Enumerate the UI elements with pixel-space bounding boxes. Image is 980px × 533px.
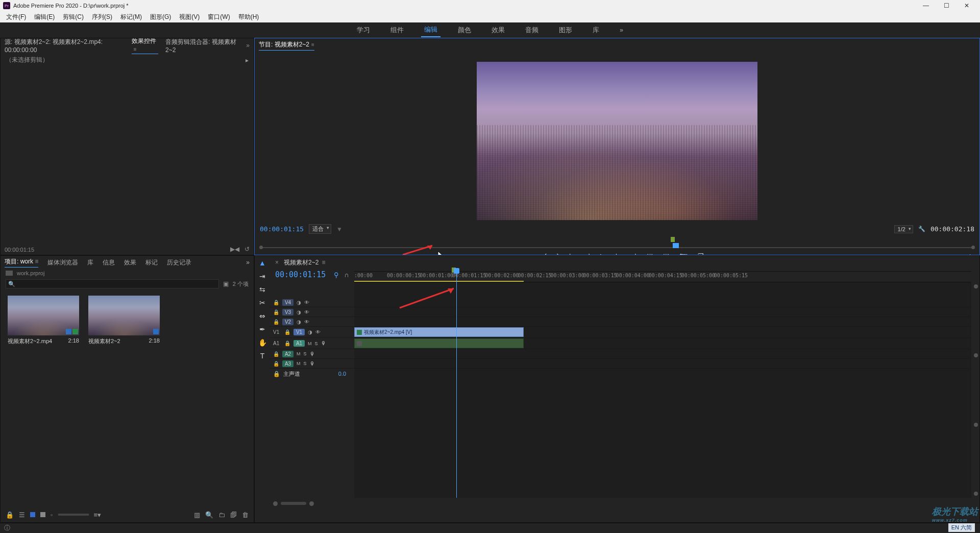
- project-tabs-overflow[interactable]: »: [246, 259, 250, 266]
- tab-media-browser[interactable]: 媒体浏览器: [47, 258, 78, 267]
- track-header-v1[interactable]: V1🔒V1◑👁: [270, 327, 354, 338]
- list-view-button[interactable]: ☰: [19, 511, 25, 519]
- ime-indicator[interactable]: EN 六简: [948, 523, 975, 532]
- tab-effects[interactable]: 效果: [124, 258, 136, 267]
- program-scrubber[interactable]: [261, 237, 973, 249]
- close-button[interactable]: ✕: [957, 0, 977, 11]
- program-monitor-tab[interactable]: 节目: 视频素材2~2≡: [259, 40, 314, 51]
- automate-to-sequence-icon[interactable]: ▥: [194, 511, 200, 519]
- track-header-master[interactable]: 🔒主声道0.0⏭: [270, 369, 354, 379]
- lane-v2[interactable]: [354, 317, 971, 327]
- source-timecode[interactable]: 00:00:01:15: [5, 247, 34, 253]
- track-select-tool[interactable]: ⇥: [259, 272, 265, 280]
- source-zoom-icon[interactable]: ▶◀: [230, 246, 239, 253]
- source-reset-icon[interactable]: ↺: [244, 246, 250, 253]
- razor-tool[interactable]: ✂: [259, 299, 265, 307]
- menu-edit[interactable]: 编辑(E): [30, 12, 59, 22]
- track-header-v2[interactable]: 🔒V2◑👁: [270, 317, 354, 327]
- program-resolution-select[interactable]: 1/2: [894, 225, 913, 233]
- workspace-assembly[interactable]: 组件: [387, 23, 407, 37]
- tab-audio-clip-mixer[interactable]: 音频剪辑混合器: 视频素材2~2: [165, 38, 239, 54]
- timeline-playhead[interactable]: [456, 271, 457, 498]
- tab-markers[interactable]: 标记: [145, 258, 158, 267]
- menu-help[interactable]: 帮助(H): [234, 12, 263, 22]
- timeline-vertical-scroll[interactable]: [973, 284, 978, 496]
- write-lock-icon[interactable]: 🔒: [6, 511, 14, 519]
- program-marker-icon[interactable]: [671, 237, 675, 242]
- lane-v4[interactable]: [354, 298, 971, 307]
- home-icon[interactable]: [5, 26, 12, 34]
- freeform-view-button[interactable]: [40, 512, 45, 517]
- ripple-edit-tool[interactable]: ⇆: [259, 285, 265, 294]
- lane-a2[interactable]: [354, 349, 971, 359]
- workspace-graphics[interactable]: 图形: [556, 23, 575, 37]
- sort-icon[interactable]: ≡▾: [94, 511, 102, 519]
- pen-tool[interactable]: ✒: [259, 325, 265, 333]
- safe-margins-icon[interactable]: ▼: [336, 226, 342, 233]
- track-header-v4[interactable]: 🔒V4◑👁: [270, 298, 354, 307]
- selection-tool[interactable]: ▲: [259, 259, 266, 267]
- linked-selection-icon[interactable]: ∩: [344, 271, 349, 279]
- project-search-input[interactable]: 🔍: [6, 279, 219, 288]
- tab-libraries[interactable]: 库: [87, 258, 93, 267]
- lane-a3[interactable]: [354, 359, 971, 369]
- status-info-icon[interactable]: ⓘ: [4, 524, 10, 532]
- project-item-sequence[interactable]: 视频素材2~22:18: [88, 296, 160, 345]
- timeline-sequence-name[interactable]: 视频素材2~2: [284, 258, 318, 267]
- clip-video[interactable]: 视频素材2~2.mp4 [V]: [354, 327, 524, 337]
- project-item-clip[interactable]: 视频素材2~2.mp42:18: [8, 296, 79, 345]
- track-header-a1[interactable]: A1🔒A1MS🎙: [270, 338, 354, 349]
- menu-marker[interactable]: 标记(M): [116, 12, 146, 22]
- slip-tool[interactable]: ⇔: [259, 312, 265, 320]
- zoom-slider-knob-l[interactable]: ◦: [51, 511, 53, 519]
- track-header-v3[interactable]: 🔒V3◑👁: [270, 307, 354, 317]
- menu-graphics[interactable]: 图形(G): [146, 12, 175, 22]
- find-icon[interactable]: 🔍: [205, 511, 213, 519]
- clip-audio[interactable]: [354, 338, 524, 348]
- lane-v1[interactable]: 视频素材2~2.mp4 [V]: [354, 327, 971, 338]
- button-editor-button[interactable]: ＋: [967, 251, 973, 255]
- track-lanes[interactable]: 视频素材2~2.mp4 [V]: [354, 282, 971, 498]
- snap-icon[interactable]: ⚲: [334, 271, 339, 279]
- settings-icon[interactable]: 🔧: [918, 226, 925, 232]
- track-header-a3[interactable]: 🔒A3MS🎙: [270, 359, 354, 369]
- menu-file[interactable]: 文件(F): [2, 12, 30, 22]
- lane-a1[interactable]: [354, 338, 971, 349]
- tab-source-monitor[interactable]: 源: 视频素材2~2: 视频素材2~2.mp4: 00:00:00:00: [5, 38, 125, 54]
- new-bin-button[interactable]: 🗀: [218, 511, 225, 519]
- delete-button[interactable]: 🗑: [242, 511, 249, 519]
- timeline-ruler[interactable]: :00:00 00:00:00:15 00:00:01:00 00:00:01:…: [354, 271, 971, 282]
- caret-right-icon[interactable]: ▸: [246, 57, 249, 64]
- workspace-learn[interactable]: 学习: [354, 23, 373, 37]
- zoom-slider[interactable]: [58, 514, 89, 516]
- program-preview[interactable]: [477, 62, 757, 220]
- menu-view[interactable]: 视图(V): [175, 12, 204, 22]
- minimize-button[interactable]: —: [916, 0, 936, 11]
- project-filter-icon[interactable]: ▣: [223, 280, 229, 287]
- tab-history[interactable]: 历史记录: [167, 258, 191, 267]
- menu-clip[interactable]: 剪辑(C): [59, 12, 88, 22]
- program-timecode[interactable]: 00:00:01:15: [260, 225, 304, 233]
- tab-project[interactable]: 项目: work ≡: [5, 257, 38, 268]
- program-playhead[interactable]: [673, 243, 679, 248]
- menu-window[interactable]: 窗口(W): [204, 12, 234, 22]
- workspace-audio[interactable]: 音频: [522, 23, 542, 37]
- track-header-a2[interactable]: 🔒A2MS🎙: [270, 349, 354, 359]
- source-panel-overflow[interactable]: »: [246, 42, 250, 49]
- tab-effect-controls[interactable]: 效果控件≡: [132, 38, 158, 54]
- workspace-editing[interactable]: 编辑: [421, 23, 440, 37]
- icon-view-button[interactable]: [30, 512, 35, 517]
- lane-v3[interactable]: [354, 307, 971, 317]
- maximize-button[interactable]: ☐: [936, 0, 957, 11]
- tab-info[interactable]: 信息: [103, 258, 115, 267]
- menu-sequence[interactable]: 序列(S): [88, 12, 116, 22]
- workspace-libraries[interactable]: 库: [590, 23, 602, 37]
- timeline-close-icon[interactable]: ×: [275, 259, 279, 266]
- hand-tool[interactable]: ✋: [258, 338, 267, 347]
- program-zoom-select[interactable]: 适合: [309, 224, 331, 234]
- type-tool[interactable]: T: [260, 352, 265, 360]
- timeline-timecode[interactable]: 00:00:01:15: [275, 270, 326, 279]
- new-item-button[interactable]: 🗐: [230, 511, 237, 519]
- workspace-overflow[interactable]: »: [617, 25, 626, 36]
- workspace-color[interactable]: 颜色: [455, 23, 474, 37]
